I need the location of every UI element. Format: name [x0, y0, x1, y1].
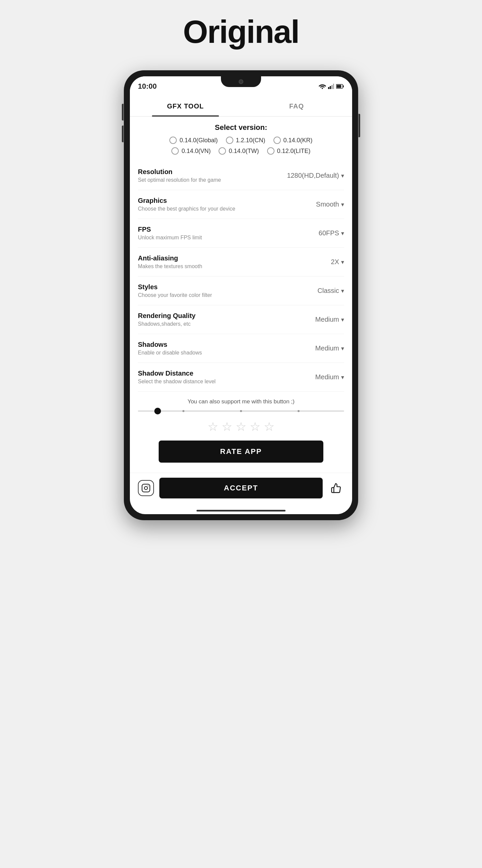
radio-global[interactable] [169, 136, 177, 144]
graphics-control[interactable]: Smooth ▾ [297, 200, 344, 208]
version-vn[interactable]: 0.14.0(VN) [171, 147, 211, 155]
slider-dot-3 [297, 410, 299, 412]
graphics-chevron: ▾ [341, 201, 344, 208]
fps-value: 60FPS [319, 229, 339, 237]
fps-control[interactable]: 60FPS ▾ [297, 229, 344, 237]
instagram-button[interactable] [138, 480, 154, 496]
radio-tw[interactable] [219, 147, 226, 155]
resolution-value: 1280(HD,Default) [287, 172, 339, 179]
antialiasing-desc: Makes the textures smooth [138, 264, 297, 270]
rendering-quality-label: Rendering Quality [138, 312, 297, 320]
star-4[interactable]: ☆ [250, 420, 260, 434]
shadow-distance-label: Shadow Distance [138, 370, 297, 377]
like-button[interactable] [328, 480, 344, 496]
battery-icon [336, 84, 344, 89]
shadows-value: Medium [315, 344, 339, 352]
radio-vn[interactable] [171, 147, 179, 155]
svg-rect-5 [343, 85, 344, 87]
settings-list: Resolution Set optimal resolution for th… [130, 161, 352, 392]
version-cn[interactable]: 1.2.10(CN) [226, 136, 265, 144]
antialiasing-chevron: ▾ [341, 258, 344, 266]
radio-cn[interactable] [226, 136, 233, 144]
svg-point-9 [148, 485, 148, 486]
graphics-desc: Choose the best graphics for your device [138, 206, 297, 212]
slider-dot-1 [183, 410, 185, 412]
rate-app-button[interactable]: RATE APP [159, 440, 324, 463]
camera [239, 79, 243, 84]
shadows-control[interactable]: Medium ▾ [297, 344, 344, 352]
shadow-distance-value: Medium [315, 373, 339, 381]
shadows-desc: Enable or disable shadows [138, 350, 297, 356]
version-title: Select version: [138, 123, 344, 132]
radio-kr[interactable] [274, 136, 281, 144]
phone-notch [221, 76, 261, 87]
shadow-distance-control[interactable]: Medium ▾ [297, 373, 344, 381]
stars-row[interactable]: ☆ ☆ ☆ ☆ ☆ [138, 420, 344, 434]
styles-label: Styles [138, 283, 297, 291]
styles-control[interactable]: Classic ▾ [297, 287, 344, 294]
slider-dots [138, 410, 344, 412]
thumbs-up-icon [331, 483, 342, 493]
status-time: 10:00 [138, 82, 157, 91]
star-1[interactable]: ☆ [207, 420, 218, 434]
version-kr[interactable]: 0.14.0(KR) [274, 136, 313, 144]
phone-frame: 10:00 [124, 70, 358, 520]
resolution-chevron: ▾ [341, 172, 344, 179]
svg-rect-7 [142, 484, 150, 492]
home-indicator [196, 510, 286, 512]
rendering-quality-value: Medium [315, 316, 339, 323]
setting-shadows: Shadows Enable or disable shadows Medium… [138, 334, 344, 363]
radio-lite[interactable] [267, 147, 275, 155]
antialiasing-value: 2X [331, 258, 339, 266]
bottom-bar: ACCEPT [130, 473, 352, 508]
setting-fps: FPS Unlock maximum FPS limit 60FPS ▾ [138, 219, 344, 248]
styles-desc: Choose your favorite color filter [138, 292, 297, 298]
svg-rect-3 [333, 84, 334, 89]
support-section: You can also support me with this button… [130, 392, 352, 473]
version-section: Select version: 0.14.0(Global) 1.2.10(CN… [130, 117, 352, 161]
shadows-chevron: ▾ [341, 345, 344, 352]
tab-gfx-tool[interactable]: GFX TOOL [130, 96, 241, 116]
svg-point-8 [144, 486, 147, 489]
tab-faq[interactable]: FAQ [241, 96, 352, 116]
star-2[interactable]: ☆ [222, 420, 232, 434]
support-slider[interactable] [138, 410, 344, 412]
version-global[interactable]: 0.14.0(Global) [169, 136, 218, 144]
antialiasing-control[interactable]: 2X ▾ [297, 258, 344, 266]
svg-rect-6 [337, 85, 342, 88]
setting-antialiasing: Anti-aliasing Makes the textures smooth … [138, 248, 344, 277]
status-bar: 10:00 [130, 76, 352, 96]
rendering-quality-desc: Shadows,shaders, etc [138, 321, 297, 327]
star-5[interactable]: ☆ [264, 420, 275, 434]
accept-button[interactable]: ACCEPT [159, 478, 323, 498]
slider-dot-2 [240, 410, 242, 412]
shadows-label: Shadows [138, 341, 297, 348]
signal-icon [328, 84, 334, 89]
vol-up-button [122, 104, 124, 121]
star-3[interactable]: ☆ [236, 420, 246, 434]
version-row-1: 0.14.0(Global) 1.2.10(CN) 0.14.0(KR) [138, 136, 344, 144]
resolution-control[interactable]: 1280(HD,Default) ▾ [287, 172, 344, 179]
version-row-2: 0.14.0(VN) 0.14.0(TW) 0.12.0(LITE) [138, 147, 344, 155]
version-tw[interactable]: 0.14.0(TW) [219, 147, 259, 155]
setting-rendering-quality: Rendering Quality Shadows,shaders, etc M… [138, 305, 344, 334]
setting-graphics: Graphics Choose the best graphics for yo… [138, 190, 344, 219]
support-text: You can also support me with this button… [138, 398, 344, 405]
svg-rect-1 [330, 86, 331, 89]
setting-shadow-distance: Shadow Distance Select the shadow distan… [138, 363, 344, 392]
svg-rect-0 [328, 87, 329, 89]
resolution-desc: Set optimal resolution for the game [138, 177, 287, 183]
phone-screen: 10:00 [130, 76, 352, 514]
fps-chevron: ▾ [341, 230, 344, 237]
instagram-icon [141, 484, 151, 493]
fps-desc: Unlock maximum FPS limit [138, 235, 297, 241]
wifi-icon [319, 84, 326, 89]
status-icons [319, 84, 344, 89]
shadow-distance-desc: Select the shadow distance level [138, 379, 297, 384]
styles-chevron: ▾ [341, 287, 344, 294]
shadow-distance-chevron: ▾ [341, 374, 344, 381]
setting-resolution: Resolution Set optimal resolution for th… [138, 161, 344, 190]
styles-value: Classic [318, 287, 339, 294]
version-lite[interactable]: 0.12.0(LITE) [267, 147, 311, 155]
rendering-quality-control[interactable]: Medium ▾ [297, 316, 344, 323]
